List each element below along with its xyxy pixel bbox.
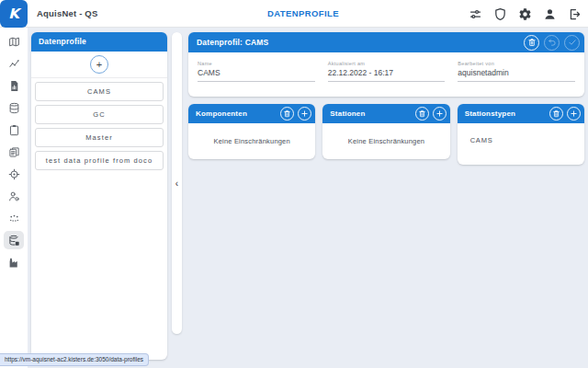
delete-profile-button[interactable] [524,35,539,51]
stationstypen-add-button[interactable] [567,107,581,121]
restriction-cards-row: Komponenten Keine Einschränkungen Statio… [188,104,584,165]
plus-icon [570,109,578,118]
field-name-value[interactable]: CAMS [198,66,315,82]
pages-icon[interactable] [4,143,24,161]
user-settings-icon[interactable] [4,187,24,205]
stationstypen-header: Stationstypen [458,104,584,123]
komponenten-header: Komponenten [188,104,315,123]
datenprofile-panel-title: Datenprofile [31,32,167,52]
komponenten-card: Komponenten Keine Einschränkungen [188,104,315,159]
stationen-header: Stationen [322,104,449,123]
undo-icon [548,38,557,47]
profile-item-test[interactable]: test data profile from doco [35,151,164,170]
profile-item-master[interactable]: Master [35,128,164,147]
stationen-add-button[interactable] [433,107,447,121]
plus-icon [435,109,444,118]
clipboard-icon[interactable] [4,121,24,139]
check-icon [568,38,577,47]
stationstypen-delete-button[interactable] [549,107,563,121]
kisters-logo[interactable]: K [0,0,28,28]
insights-icon[interactable] [4,54,24,73]
top-bar: K AquisNet - QS DATENPROFILE [0,0,588,28]
profile-fields: Name CAMS Aktualisiert am 22.12.2022 - 1… [188,52,584,82]
datenprofile-panel: Datenprofile + CAMS GC Master test data … [31,32,167,360]
panel-collapse-handle[interactable]: ‹ [172,32,182,334]
field-editor: Bearbeitet von aquisnetadmin [458,61,575,82]
status-url-tooltip: https://vm-aquisnet-ac2.kisters.de:3050/… [0,353,149,366]
add-row: + [31,52,167,78]
cluster-icon[interactable] [4,209,24,227]
nav-datenprofile[interactable]: DATENPROFILE [267,0,339,28]
datenprofil-card: Datenprofil: CAMS Name CAMS Aktuali [188,32,584,97]
map-icon[interactable] [4,32,24,51]
trash-icon [552,109,560,118]
trash-icon [418,109,426,118]
plus-icon [300,109,309,118]
field-updated: Aktualisiert am 22.12.2022 - 16:17 [328,61,446,82]
confirm-button[interactable] [564,35,580,51]
datenprofil-card-header: Datenprofil: CAMS [188,32,584,52]
datenprofil-title: Datenprofil: CAMS [197,38,519,47]
stationstypen-title: Stationstypen [465,109,546,118]
file-chart-icon[interactable] [4,76,24,95]
stationstypen-card: Stationstypen CAMS [458,104,584,165]
undo-button[interactable] [544,35,560,51]
tune-icon[interactable] [469,7,482,21]
user-icon[interactable] [543,7,557,21]
factory-icon[interactable] [4,253,24,271]
trash-icon [283,109,291,118]
stationen-title: Stationen [330,109,411,118]
database-edit-icon[interactable] [4,231,24,249]
stationen-body: Keine Einschränkungen [322,123,449,159]
topbar-icon-group [469,0,582,28]
komponenten-delete-button[interactable] [280,107,294,121]
logo-letter: K [8,6,19,22]
komponenten-add-button[interactable] [298,107,311,121]
profile-item-gc[interactable]: GC [35,105,164,124]
add-profile-button[interactable]: + [90,55,108,74]
stationen-card: Stationen Keine Einschränkungen [322,104,449,159]
location-icon[interactable] [4,165,24,183]
plus-icon: + [96,60,102,70]
settings-icon[interactable] [518,7,532,21]
logout-icon[interactable] [568,7,582,21]
field-editor-value: aquisnetadmin [458,66,575,82]
komponenten-title: Komponenten [196,109,277,118]
field-updated-value: 22.12.2022 - 16:17 [328,66,446,82]
profile-item-cams[interactable]: CAMS [35,82,164,101]
stationen-delete-button[interactable] [415,107,429,121]
stationstypen-body[interactable]: CAMS [458,123,584,165]
profile-list: CAMS GC Master test data profile from do… [31,78,167,170]
trash-icon [527,38,537,47]
app-title: AquisNet - QS [37,0,97,28]
database-icon[interactable] [4,98,24,117]
chevron-left-icon: ‹ [175,178,178,189]
shield-icon[interactable] [493,7,507,21]
komponenten-body: Keine Einschränkungen [188,123,315,159]
field-name[interactable]: Name CAMS [198,61,315,82]
sidebar-icon-rail [0,28,28,368]
